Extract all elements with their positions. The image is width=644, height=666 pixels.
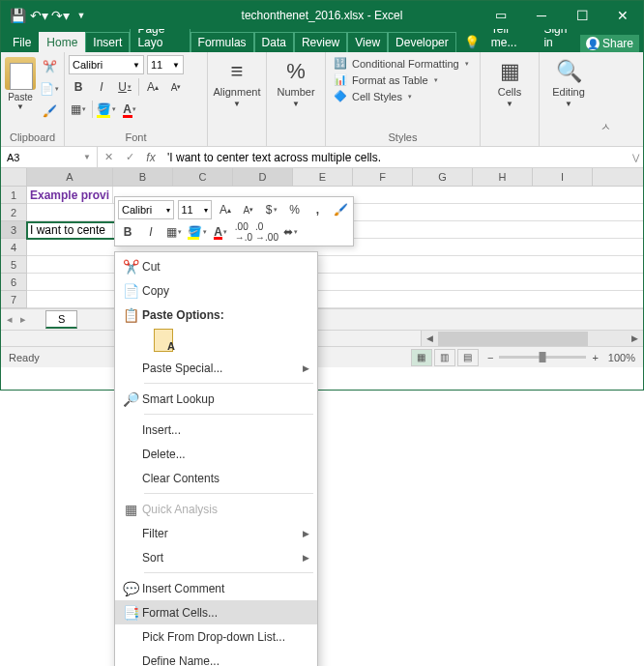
tab-developer[interactable]: Developer bbox=[388, 32, 456, 52]
font-color-button[interactable]: A▾ bbox=[120, 100, 139, 119]
ctx-copy[interactable]: 📄Copy bbox=[115, 278, 317, 303]
font-size-combo[interactable]: 11▼ bbox=[147, 55, 184, 74]
row-header-6[interactable]: 6 bbox=[1, 274, 26, 291]
close-button[interactable]: ✕ bbox=[602, 1, 643, 29]
undo-icon[interactable]: ↶▾ bbox=[30, 7, 47, 24]
tab-review[interactable]: Review bbox=[294, 32, 347, 52]
zoom-out-button[interactable]: − bbox=[487, 352, 493, 363]
fx-icon[interactable]: fx bbox=[140, 147, 161, 167]
borders-button[interactable]: ▦▾ bbox=[69, 100, 88, 119]
ctx-pick-from-list[interactable]: Pick From Drop-down List... bbox=[115, 624, 317, 649]
page-layout-view-button[interactable]: ▥ bbox=[434, 349, 455, 366]
shrink-font-button[interactable]: A▾ bbox=[166, 77, 186, 97]
ctx-smart-lookup[interactable]: 🔎Smart Lookup bbox=[115, 387, 317, 411]
mini-fill-color[interactable]: 🪣▾ bbox=[188, 222, 207, 242]
zoom-level[interactable]: 100% bbox=[608, 352, 635, 363]
mini-size-combo[interactable]: 11▾ bbox=[178, 200, 213, 219]
zoom-slider[interactable] bbox=[499, 356, 586, 359]
mini-increase-decimal[interactable]: .00→.0 bbox=[234, 222, 253, 242]
ctx-cut[interactable]: ✂️Cut bbox=[115, 254, 317, 278]
prev-sheet-icon[interactable]: ◂ bbox=[7, 313, 13, 326]
italic-button[interactable]: I bbox=[92, 77, 111, 97]
tab-home[interactable]: Home bbox=[39, 32, 85, 52]
col-header-h[interactable]: H bbox=[473, 168, 533, 186]
row-header-3[interactable]: 3 bbox=[1, 221, 26, 239]
collapse-ribbon-icon[interactable]: ㅅ bbox=[598, 52, 613, 146]
cell-a1[interactable]: Example provi bbox=[27, 187, 113, 203]
row-header-5[interactable]: 5 bbox=[1, 256, 26, 274]
copy-icon[interactable]: 📄▾ bbox=[40, 79, 59, 99]
col-header-f[interactable]: F bbox=[353, 168, 413, 186]
mini-percent[interactable]: % bbox=[285, 200, 305, 219]
ctx-insert[interactable]: Insert... bbox=[115, 418, 317, 442]
font-name-combo[interactable]: Calibri▼ bbox=[69, 55, 144, 74]
name-box[interactable]: A3▼ bbox=[1, 147, 98, 167]
ctx-delete[interactable]: Delete... bbox=[115, 442, 317, 466]
mini-comma[interactable]: , bbox=[307, 200, 327, 219]
alignment-button[interactable]: ≡ Alignment ▼ bbox=[212, 55, 262, 108]
mini-grow-font[interactable]: A▴ bbox=[216, 200, 235, 219]
ctx-format-cells[interactable]: 📑Format Cells... bbox=[115, 600, 317, 624]
tab-data[interactable]: Data bbox=[254, 32, 294, 52]
cells-button[interactable]: ▦ Cells ▼ bbox=[484, 55, 535, 108]
qat-customize-icon[interactable]: ▼ bbox=[73, 7, 90, 24]
col-header-c[interactable]: C bbox=[173, 168, 233, 186]
cancel-formula-icon[interactable]: ✕ bbox=[98, 147, 119, 167]
mini-font-color[interactable]: A▾ bbox=[211, 222, 230, 242]
mini-currency[interactable]: $▾ bbox=[262, 200, 281, 219]
ctx-filter[interactable]: Filter▶ bbox=[115, 521, 317, 545]
scroll-left-icon[interactable]: ◀ bbox=[422, 331, 438, 347]
ctx-sort[interactable]: Sort▶ bbox=[115, 545, 317, 569]
save-icon[interactable]: 💾 bbox=[9, 7, 26, 24]
col-header-a[interactable]: A bbox=[27, 168, 113, 186]
cell-a3[interactable]: I want to cente bbox=[27, 221, 113, 238]
underline-button[interactable]: U▾ bbox=[115, 77, 134, 97]
row-header-2[interactable]: 2 bbox=[1, 204, 26, 221]
col-header-i[interactable]: I bbox=[533, 168, 593, 186]
format-as-table-button[interactable]: 📊Format as Table▾ bbox=[334, 73, 472, 86]
enter-formula-icon[interactable]: ✓ bbox=[119, 147, 140, 167]
expand-formula-icon[interactable]: ⋁ bbox=[628, 147, 643, 167]
horizontal-scrollbar[interactable]: ◀ ▶ bbox=[1, 330, 643, 346]
tab-insert[interactable]: Insert bbox=[85, 32, 130, 52]
conditional-formatting-button[interactable]: 🔢Conditional Formatting▾ bbox=[334, 57, 472, 70]
maximize-button[interactable]: ☐ bbox=[562, 1, 602, 29]
mini-bold[interactable]: B bbox=[118, 222, 137, 242]
format-painter-icon[interactable]: 🖌️ bbox=[40, 101, 59, 121]
row-header-1[interactable]: 1 bbox=[1, 187, 26, 204]
ctx-paste-special[interactable]: Paste Special...▶ bbox=[115, 356, 317, 380]
col-header-b[interactable]: B bbox=[113, 168, 173, 186]
ctx-define-name[interactable]: Define Name... bbox=[115, 649, 317, 666]
mini-merge-center[interactable]: ⬌▾ bbox=[280, 222, 300, 242]
scroll-right-icon[interactable]: ▶ bbox=[627, 331, 643, 347]
row-header-7[interactable]: 7 bbox=[1, 291, 26, 308]
paste-dropdown-icon[interactable]: ▼ bbox=[16, 102, 24, 111]
cell-styles-button[interactable]: 🔷Cell Styles▾ bbox=[334, 90, 472, 102]
select-all-corner[interactable] bbox=[1, 168, 27, 186]
grow-font-button[interactable]: A▴ bbox=[143, 77, 162, 97]
minimize-button[interactable]: ─ bbox=[521, 1, 562, 29]
sheet-tab[interactable]: S bbox=[45, 310, 77, 329]
bold-button[interactable]: B bbox=[69, 77, 88, 97]
col-header-g[interactable]: G bbox=[413, 168, 473, 186]
page-break-view-button[interactable]: ▤ bbox=[457, 349, 479, 366]
cut-icon[interactable]: ✂️ bbox=[40, 57, 59, 76]
paste-button[interactable]: Paste bbox=[8, 92, 33, 102]
row-header-4[interactable]: 4 bbox=[1, 239, 26, 256]
fill-color-button[interactable]: 🪣▾ bbox=[97, 100, 116, 119]
mini-decrease-decimal[interactable]: .0→.00 bbox=[257, 222, 277, 242]
ctx-insert-comment[interactable]: 💬Insert Comment bbox=[115, 576, 317, 600]
normal-view-button[interactable]: ▦ bbox=[411, 349, 432, 366]
editing-button[interactable]: 🔍 Editing ▼ bbox=[543, 55, 594, 108]
ctx-clear-contents[interactable]: Clear Contents bbox=[115, 466, 317, 490]
next-sheet-icon[interactable]: ▸ bbox=[20, 313, 26, 326]
col-header-e[interactable]: E bbox=[293, 168, 353, 186]
tab-formulas[interactable]: Formulas bbox=[190, 32, 254, 52]
scroll-thumb[interactable] bbox=[438, 332, 588, 346]
col-header-d[interactable]: D bbox=[233, 168, 293, 186]
clipboard-icon[interactable] bbox=[5, 57, 36, 90]
share-button[interactable]: 👤 Share bbox=[580, 35, 639, 52]
redo-icon[interactable]: ↷▾ bbox=[51, 7, 69, 24]
tab-file[interactable]: File bbox=[5, 32, 39, 52]
zoom-in-button[interactable]: + bbox=[592, 352, 598, 363]
